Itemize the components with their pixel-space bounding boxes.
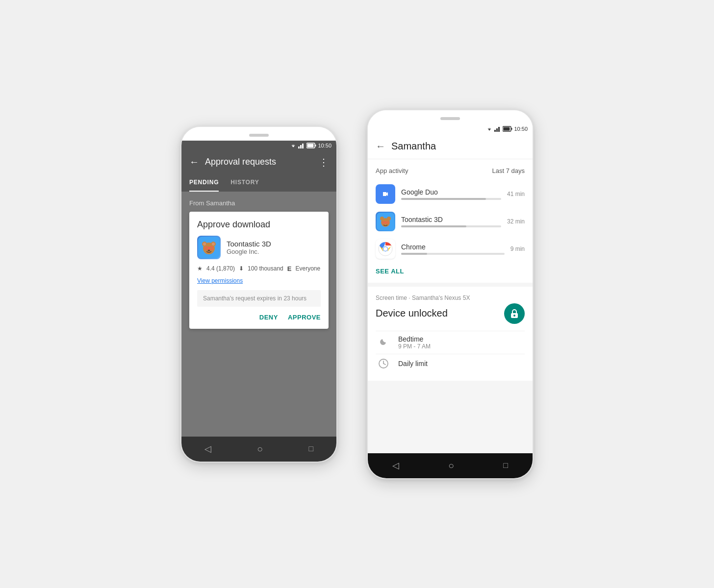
app-info: Toontastic 3D Google Inc. bbox=[197, 236, 321, 259]
nav2-square-icon[interactable]: □ bbox=[503, 461, 508, 470]
toontastic-svg bbox=[198, 237, 220, 258]
wifi-icon bbox=[290, 143, 297, 148]
svg-rect-17 bbox=[496, 128, 498, 132]
clock-svg bbox=[378, 358, 389, 369]
see-all-button[interactable]: SEE ALL bbox=[376, 268, 525, 275]
phone2-header-title: Samantha bbox=[391, 141, 436, 152]
phone-1: 10:50 ← Approval requests ⋮ PENDING HIST… bbox=[180, 126, 337, 463]
tab-pending[interactable]: PENDING bbox=[189, 174, 219, 192]
deny-button[interactable]: DENY bbox=[259, 314, 278, 321]
phone1-back-arrow[interactable]: ← bbox=[189, 156, 199, 168]
svg-point-10 bbox=[203, 243, 206, 245]
duo-svg bbox=[379, 188, 392, 200]
phone1-time: 10:50 bbox=[318, 143, 332, 148]
phone-2: 10:50 ← Samantha App activity Last 7 day… bbox=[367, 109, 534, 479]
app-row-toontastic: Toontastic 3D 32 min bbox=[376, 208, 525, 235]
phone2-speaker bbox=[440, 117, 460, 120]
duo-app-icon bbox=[376, 184, 395, 204]
signal-icon bbox=[298, 143, 305, 148]
phone1-screen: 10:50 ← Approval requests ⋮ PENDING HIST… bbox=[181, 141, 336, 437]
nav2-back-icon[interactable]: ◁ bbox=[392, 460, 399, 471]
phone2-status-icons: 10:50 bbox=[486, 126, 528, 132]
phone1-status-bar: 10:50 bbox=[181, 141, 336, 150]
toontastic-progress-bg bbox=[401, 225, 501, 227]
phone1-content: From Samantha Approve download bbox=[181, 192, 336, 437]
tab-history[interactable]: HISTORY bbox=[230, 174, 259, 192]
phone1-top bbox=[181, 127, 336, 141]
chrome-info: Chrome bbox=[401, 243, 505, 255]
svg-line-39 bbox=[383, 364, 385, 365]
svg-point-36 bbox=[513, 315, 515, 317]
device-section: Screen time · Samantha's Nexus 5X Device… bbox=[368, 287, 533, 381]
chrome-progress-fill bbox=[401, 253, 427, 255]
from-label: From Samantha bbox=[189, 199, 329, 207]
activity-section-header: App activity Last 7 days bbox=[376, 167, 525, 174]
star-icon: ★ bbox=[197, 265, 203, 272]
daily-limit-info: Daily limit bbox=[398, 360, 428, 368]
svg-rect-0 bbox=[298, 147, 300, 148]
phone2-back-arrow[interactable]: ← bbox=[376, 141, 385, 152]
phone2-top bbox=[368, 110, 533, 124]
phone2-app-header: ← Samantha bbox=[368, 134, 533, 159]
nav-square-icon[interactable]: □ bbox=[309, 444, 314, 453]
nav-back-icon[interactable]: ◁ bbox=[204, 443, 211, 454]
svg-rect-16 bbox=[494, 130, 496, 132]
svg-point-25 bbox=[380, 217, 384, 220]
app-row-chrome: Chrome 9 min bbox=[376, 235, 525, 263]
toontastic-info: Toontastic 3D bbox=[401, 216, 501, 227]
signal-icon-2 bbox=[494, 126, 501, 132]
chrome-svg bbox=[378, 241, 393, 257]
bedtime-row: Bedtime 9 PM - 7 AM bbox=[376, 331, 525, 354]
chrome-time: 9 min bbox=[510, 245, 525, 252]
expiry-text: Samantha's request expires in 23 hours bbox=[197, 290, 321, 307]
chrome-name: Chrome bbox=[401, 243, 505, 251]
view-permissions-link[interactable]: View permissions bbox=[197, 277, 321, 284]
device-subtitle: Screen time · Samantha's Nexus 5X bbox=[376, 294, 525, 301]
bedtime-name: Bedtime bbox=[398, 335, 431, 343]
svg-rect-4 bbox=[315, 145, 316, 147]
toontastic-app-icon bbox=[197, 236, 221, 259]
app-dev-text: Google Inc. bbox=[227, 248, 271, 255]
chrome-app-icon bbox=[376, 239, 395, 259]
card-actions: DENY APPROVE bbox=[197, 314, 321, 321]
svg-rect-18 bbox=[498, 127, 500, 132]
svg-rect-5 bbox=[307, 144, 314, 147]
download-icon: ⬇ bbox=[239, 265, 244, 272]
chrome-progress-bg bbox=[401, 253, 505, 255]
approve-button[interactable]: APPROVE bbox=[288, 314, 321, 321]
nav-home-icon[interactable]: ○ bbox=[257, 443, 263, 455]
app-name-text: Toontastic 3D bbox=[227, 240, 271, 248]
svg-point-26 bbox=[387, 217, 391, 220]
battery-icon-2 bbox=[503, 126, 512, 132]
svg-rect-21 bbox=[504, 127, 510, 130]
svg-point-15 bbox=[208, 249, 210, 251]
phone1-more-button[interactable]: ⋮ bbox=[319, 156, 329, 168]
duo-progress-bg bbox=[401, 198, 501, 200]
app-audience: Everyone bbox=[295, 265, 320, 272]
phone1-status-icons: 10:50 bbox=[290, 143, 332, 148]
duo-info: Google Duo bbox=[401, 188, 501, 200]
toontastic-name: Toontastic 3D bbox=[401, 216, 501, 223]
toontastic-time: 32 min bbox=[507, 218, 525, 225]
phone2-nav: ◁ ○ □ bbox=[368, 453, 533, 478]
scene: 10:50 ← Approval requests ⋮ PENDING HIST… bbox=[161, 90, 553, 499]
audience-icon: E bbox=[287, 265, 292, 272]
nav2-home-icon[interactable]: ○ bbox=[448, 460, 454, 471]
clock-icon bbox=[376, 358, 391, 369]
daily-limit-name: Daily limit bbox=[398, 360, 428, 368]
app-name-info: Toontastic 3D Google Inc. bbox=[227, 240, 271, 255]
lock-button[interactable] bbox=[504, 303, 525, 324]
app-meta: ★ 4.4 (1,870) ⬇ 100 thousand E Everyone bbox=[197, 265, 321, 272]
moon-svg bbox=[378, 337, 389, 348]
svg-point-34 bbox=[383, 247, 387, 251]
daily-limit-row: Daily limit bbox=[376, 354, 525, 373]
duo-progress-fill bbox=[401, 198, 486, 200]
phone2-status-bar: 10:50 bbox=[368, 124, 533, 134]
bedtime-info: Bedtime 9 PM - 7 AM bbox=[398, 335, 431, 350]
approval-card: Approve download bbox=[189, 212, 329, 329]
app-row-duo: Google Duo 41 min bbox=[376, 180, 525, 208]
activity-label: App activity bbox=[376, 167, 408, 174]
app-downloads: 100 thousand bbox=[248, 265, 283, 272]
duo-name: Google Duo bbox=[401, 188, 501, 196]
phone2-content: App activity Last 7 days Google Duo bbox=[368, 159, 533, 453]
